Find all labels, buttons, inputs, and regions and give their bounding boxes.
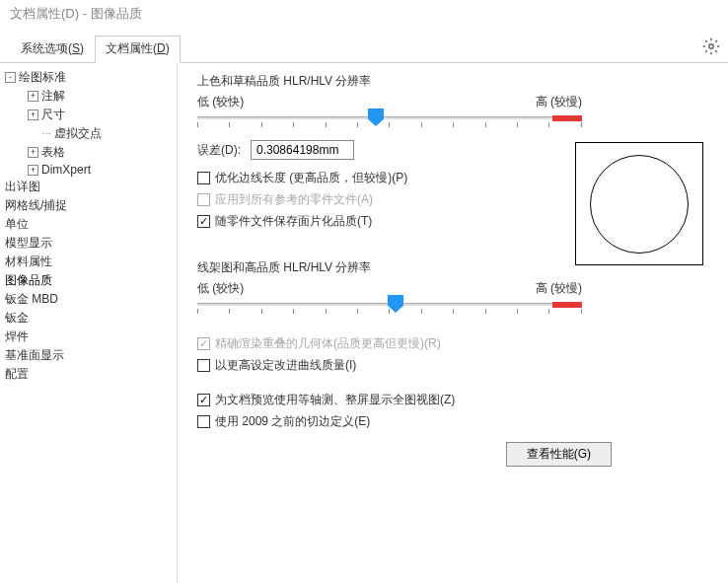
tree-label: 表格 xyxy=(41,144,65,161)
slider-low-label-2: 低 (较快) xyxy=(197,280,244,297)
window-title: 文档属性(D) - 图像品质 xyxy=(0,0,728,28)
tree-item[interactable]: 出详图 xyxy=(0,178,177,196)
tree-label: DimXpert xyxy=(41,163,91,177)
collapse-icon[interactable]: - xyxy=(5,72,16,83)
expand-icon[interactable]: + xyxy=(28,147,38,158)
deviation-input[interactable] xyxy=(251,140,354,160)
tree-item[interactable]: 材料属性 xyxy=(0,253,177,271)
optimize-label: 优化边线长度 (更高品质，但较慢)(P) xyxy=(215,170,407,186)
tree-label: 图像品质 xyxy=(5,272,52,289)
tree-item[interactable]: 模型显示 xyxy=(0,234,177,253)
view-performance-button[interactable]: 查看性能(G) xyxy=(506,442,612,467)
tree-item[interactable]: 焊件 xyxy=(0,328,177,346)
isometric-checkbox[interactable] xyxy=(197,394,210,406)
tree-item[interactable]: 图像品质 xyxy=(0,271,177,290)
legacy-label: 使用 2009 之前的切边定义(E) xyxy=(215,413,370,430)
tree-item[interactable]: 钣金 MBD xyxy=(0,290,177,309)
isometric-label: 为文档预览使用等轴测、整屏显示全图视图(Z) xyxy=(215,392,455,408)
tree-item[interactable]: 基准面显示 xyxy=(0,346,177,365)
tree-item[interactable]: ⋯虚拟交点 xyxy=(0,124,177,143)
tree-item[interactable]: 网格线/捕捉 xyxy=(0,196,177,215)
tree-label: 钣金 xyxy=(5,310,29,327)
precise-label: 精确渲染重叠的几何体(品质更高但更慢)(R) xyxy=(215,335,441,352)
gear-icon[interactable] xyxy=(702,37,720,55)
tree-label: 钣金 MBD xyxy=(5,291,58,308)
slider-low-label: 低 (较快) xyxy=(197,94,244,110)
tree-item[interactable]: 单位 xyxy=(0,215,177,234)
slider-high-label: 高 (较慢) xyxy=(536,94,582,110)
save-tess-checkbox[interactable] xyxy=(197,215,210,228)
tab-doc-properties[interactable]: 文档属性(D) xyxy=(95,36,181,63)
tree-label: 配置 xyxy=(5,366,29,383)
apply-all-label: 应用到所有参考的零件文件(A) xyxy=(215,191,373,208)
tree-item[interactable]: +注解 xyxy=(0,87,177,106)
apply-all-checkbox xyxy=(197,193,210,206)
tree-label: 尺寸 xyxy=(41,107,65,123)
tree-label: 出详图 xyxy=(5,179,40,195)
expand-icon[interactable]: + xyxy=(28,91,38,102)
tree-label: 网格线/捕捉 xyxy=(5,197,67,214)
legacy-checkbox[interactable] xyxy=(197,415,210,428)
tree-label: 单位 xyxy=(5,216,29,233)
preview-box xyxy=(575,142,703,265)
tree-label: 虚拟交点 xyxy=(54,125,102,142)
tree-branch-icon: ⋯ xyxy=(41,128,51,139)
main-panel: 上色和草稿品质 HLR/HLV 分辨率 低 (较快) 高 (较慢) 误差(D):… xyxy=(178,63,728,583)
tree-item[interactable]: -绘图标准 xyxy=(0,68,177,87)
optimize-checkbox[interactable] xyxy=(197,172,210,184)
section-wireframe: 线架图和高品质 HLR/HLV 分辨率 低 (较快) 高 (较慢) 精确渲染重叠… xyxy=(197,259,708,374)
slider-high-label-2: 高 (较慢) xyxy=(536,280,582,297)
improve-label: 以更高设定改进曲线质量(I) xyxy=(215,357,356,374)
tree-label: 基准面显示 xyxy=(5,347,64,364)
tree-item[interactable]: 钣金 xyxy=(0,309,177,328)
tabs: 系统选项(S) 文档属性(D) xyxy=(0,36,728,63)
expand-icon[interactable]: + xyxy=(28,109,38,120)
precise-checkbox xyxy=(197,337,210,350)
deviation-label: 误差(D): xyxy=(197,142,241,159)
tree-item[interactable]: +表格 xyxy=(0,143,177,162)
save-tess-label: 随零件文件保存面片化品质(T) xyxy=(215,213,372,230)
tree-label: 绘图标准 xyxy=(19,69,66,86)
tree-item[interactable]: +DimXpert xyxy=(0,162,177,178)
tree-label: 注解 xyxy=(41,88,65,105)
tree-label: 焊件 xyxy=(5,328,29,345)
tree-item[interactable]: +尺寸 xyxy=(0,106,177,124)
tree-label: 材料属性 xyxy=(5,254,52,270)
svg-point-0 xyxy=(709,44,714,49)
improve-checkbox[interactable] xyxy=(197,359,210,372)
section-title: 上色和草稿品质 HLR/HLV 分辨率 xyxy=(197,73,708,90)
tab-system-options[interactable]: 系统选项(S) xyxy=(10,36,95,62)
tree-item[interactable]: 配置 xyxy=(0,365,177,384)
wireframe-quality-slider[interactable] xyxy=(197,297,582,317)
preview-circle xyxy=(590,155,689,254)
nav-tree: -绘图标准+注解+尺寸⋯虚拟交点+表格+DimXpert出详图网格线/捕捉单位模… xyxy=(0,63,178,583)
shaded-quality-slider[interactable] xyxy=(197,110,582,130)
tree-label: 模型显示 xyxy=(5,235,52,252)
expand-icon[interactable]: + xyxy=(28,165,38,176)
